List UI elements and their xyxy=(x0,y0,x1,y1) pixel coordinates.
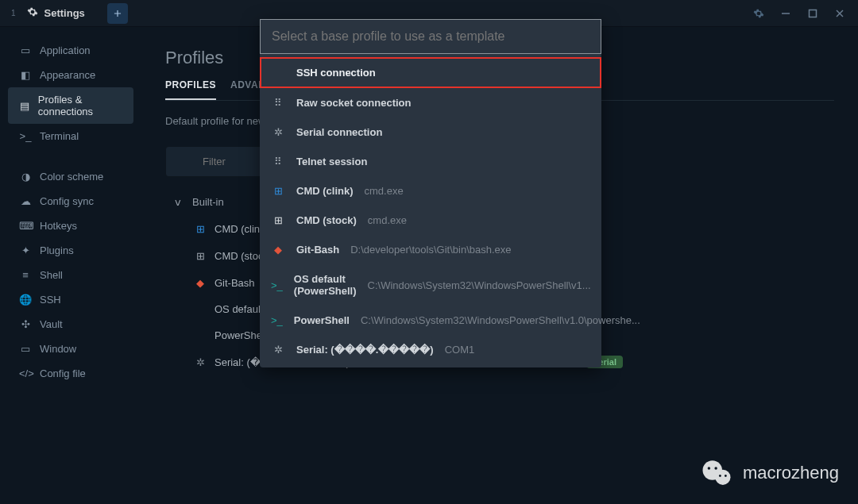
minimize-button[interactable] xyxy=(780,8,791,19)
popup-item-cmd-stock[interactable]: ⊞ CMD (stock) cmd.exe xyxy=(260,206,601,235)
sidebar-item-vault[interactable]: ✣ Vault xyxy=(0,312,141,337)
sidebar-item-label: Plugins xyxy=(40,244,74,256)
sidebar-item-ssh[interactable]: 🌐 SSH xyxy=(0,287,141,312)
wechat-icon xyxy=(700,456,733,490)
popup-item-ssh[interactable]: SSH connection xyxy=(260,57,601,88)
new-tab-button[interactable] xyxy=(107,3,128,24)
sidebar-item-label: Profiles & connections xyxy=(38,94,126,117)
gear-icon: ✲ xyxy=(271,126,285,138)
sidebar-item-config-sync[interactable]: ☁ Config sync xyxy=(0,189,141,214)
sidebar-item-label: Color scheme xyxy=(40,171,103,183)
maximize-button[interactable] xyxy=(807,8,818,19)
popup-item-label: OS default (PowerShell) xyxy=(294,273,357,297)
window-icon: ▭ xyxy=(19,343,32,355)
svg-point-12 xyxy=(708,467,711,470)
sidebar-item-label: Window xyxy=(40,343,76,355)
keyboard-icon: ⌨ xyxy=(19,220,32,232)
gear-icon: ✲ xyxy=(271,344,285,356)
popup-item-powershell[interactable]: >_ PowerShell C:\Windows\System32\Window… xyxy=(260,306,601,335)
sidebar-item-application[interactable]: ▭ Application xyxy=(0,38,141,63)
svg-rect-1 xyxy=(144,10,149,16)
popup-item-git-bash[interactable]: ◆ Git-Bash D:\developer\tools\Git\bin\ba… xyxy=(260,235,601,264)
svg-point-11 xyxy=(715,470,730,485)
popup-item-label: Raw socket connection xyxy=(296,97,411,109)
builtin-label: Built-in xyxy=(192,196,224,208)
sidebar-item-terminal[interactable]: >_ Terminal xyxy=(0,124,141,148)
popup-item-sub: cmd.exe xyxy=(368,214,407,226)
popup-item-label: Git-Bash xyxy=(296,244,339,256)
puzzle-icon: ✦ xyxy=(19,244,32,256)
sidebar-item-label: Shell xyxy=(40,269,63,281)
svg-line-7 xyxy=(186,162,189,165)
svg-rect-8 xyxy=(272,67,283,75)
windows-icon: ⊞ xyxy=(194,249,207,262)
tab-profiles[interactable]: PROFILES xyxy=(165,79,216,100)
sidebar-item-plugins[interactable]: ✦ Plugins xyxy=(0,238,141,263)
sidebar-item-label: Appearance xyxy=(40,69,95,81)
tab-actions xyxy=(96,0,164,26)
tab-label: Settings xyxy=(44,7,85,19)
color-icon: ◑ xyxy=(19,171,32,183)
popup-item-sub: C:\Windows\System32\WindowsPowerShell\v1… xyxy=(368,279,591,291)
sidebar-item-shell[interactable]: ≡ Shell xyxy=(0,263,141,287)
windows-copy-icon[interactable] xyxy=(142,6,153,20)
profiles-icon: ▤ xyxy=(19,100,30,112)
popup-item-sub: C:\Windows\System32\WindowsPowerShell\v1… xyxy=(361,314,640,326)
base-profile-popup: SSH connection ⠿ Raw socket connection ✲… xyxy=(260,19,601,367)
git-icon: ◆ xyxy=(194,276,207,289)
svg-point-13 xyxy=(714,467,717,470)
gear-icon xyxy=(27,6,38,20)
sidebar-item-appearance[interactable]: ◧ Appearance xyxy=(0,63,141,87)
close-button[interactable] xyxy=(834,8,845,19)
terminal-icon: >_ xyxy=(19,130,32,142)
nodes-icon: ⠿ xyxy=(271,156,285,167)
popup-item-label: PowerShell xyxy=(294,314,350,326)
sidebar-item-label: Terminal xyxy=(40,130,79,142)
windows-icon: ⊞ xyxy=(194,222,207,235)
popup-item-cmd-clink[interactable]: ⊞ CMD (clink) cmd.exe xyxy=(260,176,601,206)
sidebar-item-label: Vault xyxy=(40,318,63,330)
sidebar-item-config-file[interactable]: </> Config file xyxy=(0,361,141,386)
sidebar-item-hotkeys[interactable]: ⌨ Hotkeys xyxy=(0,214,141,238)
popup-search-box[interactable] xyxy=(260,19,601,54)
profile-name: PowerShell xyxy=(214,329,267,341)
svg-point-15 xyxy=(725,475,727,477)
windows-icon: ⊞ xyxy=(271,185,285,197)
popup-item-serial[interactable]: ✲ Serial: (����.�����) COM1 xyxy=(260,335,601,364)
popup-item-raw-socket[interactable]: ⠿ Raw socket connection xyxy=(260,88,601,117)
git-icon: ◆ xyxy=(271,244,285,256)
profile-name: Git-Bash xyxy=(214,277,255,289)
svg-point-14 xyxy=(719,475,721,477)
sidebar-item-label: SSH xyxy=(40,294,61,306)
popup-search-input[interactable] xyxy=(272,29,589,44)
cloud-icon: ☁ xyxy=(19,195,32,207)
watermark: macrozheng xyxy=(700,456,839,490)
sidebar-item-label: Application xyxy=(40,44,91,56)
nodes-icon: ⠿ xyxy=(271,97,285,109)
popup-item-sub: COM1 xyxy=(445,344,475,356)
popup-item-os-default-ps[interactable]: >_ OS default (PowerShell) C:\Windows\Sy… xyxy=(260,264,601,306)
sidebar-item-window[interactable]: ▭ Window xyxy=(0,337,141,361)
gear-icon: ✲ xyxy=(194,356,207,368)
windows-icon: ⊞ xyxy=(271,214,285,226)
popup-item-serial-connection[interactable]: ✲ Serial connection xyxy=(260,117,601,147)
popup-item-label: SSH connection xyxy=(296,67,376,79)
sidebar-item-profiles[interactable]: ▤ Profiles & connections xyxy=(8,87,133,124)
popup-item-sub: D:\developer\tools\Git\bin\bash.exe xyxy=(350,244,511,256)
sidebar-item-label: Hotkeys xyxy=(40,220,77,232)
popup-item-label: CMD (stock) xyxy=(296,214,357,226)
svg-rect-0 xyxy=(146,8,152,13)
settings-sidebar: ▭ Application ◧ Appearance ▤ Profiles & … xyxy=(0,27,141,504)
monitor-icon xyxy=(271,66,285,79)
popup-item-telnet[interactable]: ⠿ Telnet session xyxy=(260,147,601,176)
shell-icon: ≡ xyxy=(19,269,32,281)
watermark-text: macrozheng xyxy=(743,463,839,483)
svg-point-6 xyxy=(180,156,186,162)
app-icon: ▭ xyxy=(19,44,32,56)
window-controls xyxy=(753,8,858,19)
popup-item-sub: cmd.exe xyxy=(365,185,404,197)
settings-tab[interactable]: 1 Settings xyxy=(0,0,96,26)
settings-gear-icon[interactable] xyxy=(753,8,764,19)
sidebar-item-color-scheme[interactable]: ◑ Color scheme xyxy=(0,164,141,189)
svg-rect-3 xyxy=(810,10,817,17)
